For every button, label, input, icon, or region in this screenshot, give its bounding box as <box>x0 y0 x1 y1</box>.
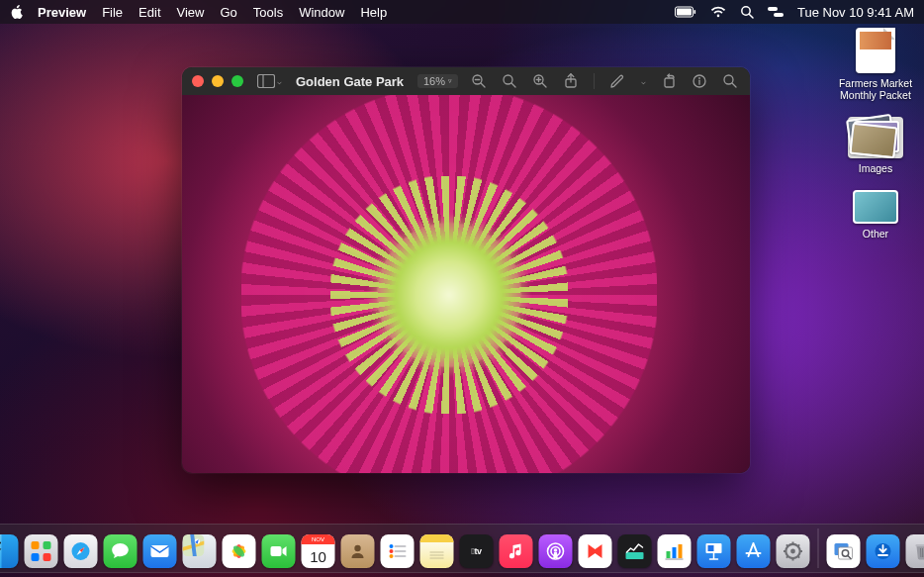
menu-edit[interactable]: Edit <box>139 5 160 20</box>
svg-point-46 <box>390 549 394 553</box>
desktop-icon-farmers-packet[interactable]: Farmers Market Monthly Packet <box>835 28 916 101</box>
zoom-in-button[interactable] <box>530 71 550 91</box>
dock: NOV 10 tv <box>0 524 924 573</box>
svg-line-75 <box>786 556 788 558</box>
menubar: Preview File Edit View Go Tools Window H… <box>0 0 924 24</box>
dock-app-photos[interactable] <box>223 534 256 568</box>
dock-app-calendar[interactable]: NOV 10 <box>302 534 335 568</box>
menubar-status-area: Tue Nov 10 9:41 AM <box>675 5 914 20</box>
svg-rect-28 <box>32 541 40 549</box>
image-viewport[interactable] <box>182 95 750 473</box>
dock-app-music[interactable] <box>500 534 533 568</box>
svg-rect-30 <box>32 553 40 561</box>
stepper-icon: ▿ <box>448 77 452 85</box>
close-button[interactable] <box>192 75 204 87</box>
dock-app-settings[interactable] <box>777 534 810 568</box>
desktop-icon-label: Images <box>859 162 892 174</box>
sidebar-toggle-button[interactable]: ⌵ <box>257 74 282 88</box>
info-button[interactable] <box>690 71 709 91</box>
svg-point-68 <box>790 549 795 554</box>
window-controls <box>192 75 243 87</box>
svg-line-10 <box>481 83 485 87</box>
dock-app-launchpad[interactable] <box>25 534 58 568</box>
svg-rect-31 <box>44 553 51 561</box>
share-button[interactable] <box>561 71 581 91</box>
window-titlebar[interactable]: ⌵ Golden Gate Park 16% ▿ <box>182 67 750 95</box>
menu-file[interactable]: File <box>102 5 123 20</box>
dock-separator <box>818 529 819 568</box>
wifi-icon[interactable] <box>710 6 726 18</box>
dock-app-safari[interactable] <box>64 534 98 568</box>
svg-rect-60 <box>673 547 677 558</box>
menu-go[interactable]: Go <box>220 5 236 20</box>
dock-trash[interactable] <box>906 534 925 568</box>
dock-app-keynote[interactable] <box>697 534 731 568</box>
dock-app-news[interactable] <box>579 534 612 568</box>
menu-window[interactable]: Window <box>299 5 344 20</box>
svg-point-44 <box>354 545 360 551</box>
svg-point-27 <box>0 541 1 543</box>
spotlight-icon[interactable] <box>740 5 754 19</box>
svg-rect-64 <box>708 545 714 551</box>
rotate-button[interactable] <box>659 71 679 91</box>
battery-icon[interactable] <box>675 6 696 18</box>
dock-app-mail[interactable] <box>143 534 177 568</box>
svg-rect-2 <box>693 10 695 14</box>
svg-marker-57 <box>589 544 602 558</box>
desktop-icon-label: Farmers Market Monthly Packet <box>835 77 916 101</box>
desktop-icon-images[interactable]: Images <box>835 117 916 174</box>
menu-view[interactable]: View <box>177 5 205 20</box>
active-app-name[interactable]: Preview <box>38 5 86 20</box>
menubar-clock[interactable]: Tue Nov 10 9:41 AM <box>797 5 914 20</box>
dock-app-notes[interactable] <box>420 534 454 568</box>
zoom-to-fit-button[interactable] <box>500 71 519 91</box>
search-button[interactable] <box>720 71 740 91</box>
dock-app-finder[interactable] <box>0 534 19 568</box>
markup-button[interactable] <box>607 71 627 91</box>
dock-app-preview[interactable] <box>827 534 861 568</box>
image-content <box>182 95 750 473</box>
image-stack-icon <box>853 190 898 224</box>
svg-line-76 <box>797 544 799 546</box>
dock-app-reminders[interactable] <box>381 534 415 568</box>
control-center-icon[interactable] <box>768 6 784 18</box>
minimize-button[interactable] <box>212 75 224 87</box>
dock-downloads[interactable] <box>867 534 900 568</box>
svg-rect-20 <box>665 78 674 87</box>
zoom-button[interactable] <box>231 75 243 87</box>
menu-tools[interactable]: Tools <box>253 5 283 20</box>
dock-app-maps[interactable] <box>183 534 217 568</box>
apple-menu-icon[interactable] <box>10 5 24 19</box>
svg-rect-58 <box>626 552 644 559</box>
svg-point-56 <box>554 548 558 552</box>
svg-rect-42 <box>271 546 282 556</box>
tv-icon: tv <box>472 546 482 556</box>
svg-rect-1 <box>677 9 692 16</box>
svg-rect-7 <box>258 75 275 88</box>
dock-app-messages[interactable] <box>104 534 138 568</box>
svg-point-22 <box>698 77 700 79</box>
zoom-out-button[interactable] <box>469 71 489 91</box>
menu-help[interactable]: Help <box>360 5 387 20</box>
dock-app-tv[interactable]: tv <box>460 534 494 568</box>
chevron-down-icon: ⌵ <box>277 77 282 86</box>
dock-app-stocks[interactable] <box>618 534 652 568</box>
dock-app-numbers[interactable] <box>658 534 692 568</box>
document-icon <box>856 28 895 73</box>
desktop-icon-other[interactable]: Other <box>835 190 916 240</box>
zoom-percent-field[interactable]: 16% ▿ <box>417 74 458 88</box>
markup-dropdown-button[interactable]: ⌵ <box>638 71 648 91</box>
svg-line-73 <box>786 544 788 546</box>
svg-rect-61 <box>679 544 683 558</box>
dock-app-contacts[interactable] <box>341 534 375 568</box>
dock-app-podcasts[interactable] <box>539 534 573 568</box>
dock-app-facetime[interactable] <box>262 534 296 568</box>
svg-rect-35 <box>151 545 169 557</box>
calendar-month-label: NOV <box>302 534 335 544</box>
desktop-icons-area: Farmers Market Monthly Packet Images Oth… <box>835 28 916 240</box>
svg-point-45 <box>390 544 394 548</box>
zoom-percent-value: 16% <box>423 75 445 87</box>
desktop-icon-label: Other <box>863 228 888 240</box>
svg-rect-29 <box>44 541 51 549</box>
dock-app-appstore[interactable] <box>737 534 771 568</box>
